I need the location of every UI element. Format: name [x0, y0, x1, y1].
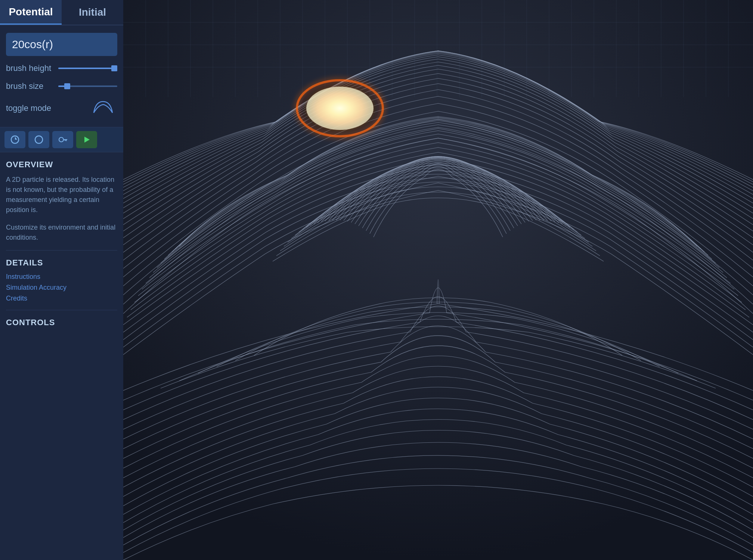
overview-title: OVERVIEW	[6, 160, 117, 169]
sliders-section: brush height brush size toggle mode	[0, 60, 123, 127]
info-section: OVERVIEW A 2D particle is released. Its …	[0, 152, 123, 560]
brush-size-row: brush size	[6, 81, 117, 91]
divider2	[6, 310, 117, 310]
clear-button[interactable]	[28, 131, 49, 148]
toggle-mode-label: toggle mode	[6, 103, 58, 113]
tab-potential[interactable]: Potential	[0, 0, 62, 25]
svg-marker-1	[15, 137, 17, 140]
brush-size-label: brush size	[6, 81, 58, 91]
surface-visualization	[123, 0, 753, 560]
tab-bar: Potential Initial	[0, 0, 123, 25]
reset-icon	[10, 134, 20, 145]
svg-marker-7	[84, 137, 90, 143]
action-buttons-bar	[0, 127, 123, 152]
controls-title: CONTROLS	[6, 318, 117, 327]
settings-button[interactable]	[52, 131, 73, 148]
details-section: DETAILS Instructions Simulation Accuracy…	[6, 258, 117, 302]
svg-point-3	[59, 137, 63, 142]
sidebar: Potential Initial brush height brush siz…	[0, 0, 123, 560]
svg-point-2	[35, 136, 43, 143]
brush-height-row: brush height	[6, 63, 117, 73]
key-icon	[58, 134, 68, 145]
circle-icon	[34, 134, 44, 145]
formula-section	[0, 25, 123, 60]
toggle-mode-button[interactable]	[92, 99, 114, 117]
credits-link[interactable]: Credits	[6, 295, 117, 302]
instructions-link[interactable]: Instructions	[6, 273, 117, 281]
formula-input[interactable]	[6, 33, 117, 56]
brush-height-thumb[interactable]	[111, 65, 117, 71]
details-title: DETAILS	[6, 258, 117, 268]
brush-height-fill	[58, 68, 114, 69]
brush-size-thumb[interactable]	[64, 83, 70, 89]
overview-text2: Customize its environment and initial co…	[6, 223, 117, 243]
tab-initial[interactable]: Initial	[62, 0, 123, 25]
main-visualization[interactable]	[123, 0, 753, 560]
overview-text1: A 2D particle is released. Its location …	[6, 175, 117, 215]
play-icon	[82, 135, 91, 144]
glow-spot-inner	[306, 87, 374, 130]
brush-height-track[interactable]	[58, 68, 117, 69]
controls-section: CONTROLS	[6, 318, 117, 327]
toggle-mode-row: toggle mode	[6, 99, 117, 117]
reset-button[interactable]	[4, 131, 25, 148]
divider1	[6, 250, 117, 251]
simulation-accuracy-link[interactable]: Simulation Accuracy	[6, 284, 117, 292]
overview-section: OVERVIEW A 2D particle is released. Its …	[6, 160, 117, 243]
play-button[interactable]	[76, 131, 97, 148]
brush-size-track[interactable]	[58, 85, 117, 87]
brush-height-label: brush height	[6, 63, 58, 73]
